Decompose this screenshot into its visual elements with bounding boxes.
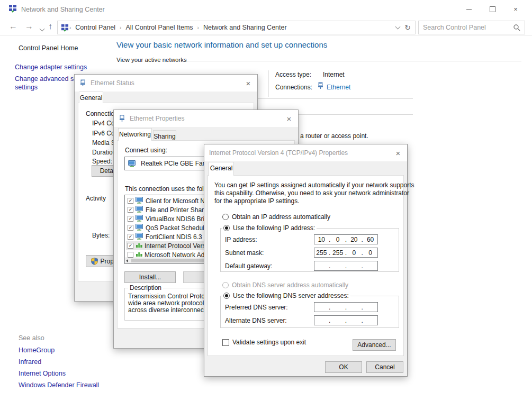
sidebar-internet-options[interactable]: Internet Options xyxy=(19,370,66,377)
description-line: Transmission Control Protocol/ xyxy=(128,293,215,300)
search-icon[interactable] xyxy=(513,24,520,31)
ok-button[interactable]: OK xyxy=(325,361,362,373)
ipv4-titlebar: Internet Protocol Version 4 (TCP/IPv4) P… xyxy=(204,144,407,161)
column-divider xyxy=(268,70,269,97)
ethernet-plug-icon xyxy=(80,79,86,87)
active-networks-header: View your active networks xyxy=(116,57,187,63)
dialog-title: Internet Protocol Version 4 (TCP/IPv4) P… xyxy=(209,149,348,157)
tab-general[interactable]: General xyxy=(209,162,234,176)
dialog-title: Ethernet Properties xyxy=(130,115,184,122)
item-checkbox[interactable]: ✓ xyxy=(128,198,133,204)
sidebar-windows-defender-firewall[interactable]: Windows Defender Firewall xyxy=(19,381,99,389)
intro-line: this capability. Otherwise, you need to … xyxy=(214,189,409,197)
uac-shield-icon xyxy=(91,258,98,265)
tab-general[interactable]: General xyxy=(79,92,103,103)
radio-icon[interactable] xyxy=(222,214,229,220)
preferred-dns-field[interactable]: ... xyxy=(314,302,378,312)
maximize-button[interactable] xyxy=(484,3,500,15)
protocol-icon xyxy=(136,242,142,250)
up-icon[interactable]: ↑ xyxy=(48,22,52,31)
default-gateway-field[interactable]: ... xyxy=(314,261,378,271)
radio-obtain-ip[interactable]: Obtain an IP address automatically xyxy=(222,213,330,221)
ip-address-field[interactable]: 10.0.20.60 xyxy=(314,234,378,244)
radio-use-dns-label: Use the following DNS server addresses: xyxy=(233,292,349,299)
octet: 255 xyxy=(331,249,345,257)
alternate-dns-label: Alternate DNS server: xyxy=(225,317,287,324)
close-icon[interactable]: × xyxy=(393,149,403,158)
checkbox-icon[interactable] xyxy=(222,339,229,346)
search-box[interactable] xyxy=(418,21,525,34)
activity-group-label: Activity xyxy=(86,195,106,202)
breadcrumb-current[interactable]: Network and Sharing Center xyxy=(200,24,291,31)
dot-separator: . xyxy=(361,262,363,270)
app-network-icon xyxy=(8,4,17,14)
ethernet-properties-titlebar: Ethernet Properties × xyxy=(114,110,298,127)
refresh-icon[interactable]: ↻ xyxy=(402,23,415,32)
ethernet-plug-icon xyxy=(119,115,125,122)
address-chevron-down-icon[interactable] xyxy=(393,24,402,31)
dot-separator: . xyxy=(345,304,347,311)
octet: 0 xyxy=(347,249,362,257)
sidebar-change-advanced-sharing[interactable]: Change advanced sh xyxy=(15,75,77,83)
dot-separator: . xyxy=(361,317,363,324)
forward-icon[interactable]: → xyxy=(25,22,33,31)
bytes-label: Bytes: xyxy=(92,232,110,239)
use-ip-group: Use the following IP address: IP address… xyxy=(220,228,399,272)
item-checkbox[interactable]: ✓ xyxy=(128,234,133,240)
radio-icon[interactable] xyxy=(223,225,230,231)
radio-use-dns[interactable]: Use the following DNS server addresses: xyxy=(222,292,350,299)
item-label: QoS Packet Scheduler xyxy=(146,224,210,232)
item-checkbox[interactable]: ✓ xyxy=(128,243,133,249)
subnet-mask-field[interactable]: 255.255.0.0 xyxy=(314,248,378,258)
validate-checkbox-row[interactable]: Validate settings upon exit xyxy=(222,339,306,346)
close-icon[interactable]: × xyxy=(244,79,253,88)
breadcrumb-all-items[interactable]: All Control Panel Items xyxy=(122,24,196,31)
ethernet-connection-link[interactable]: Ethernet xyxy=(327,84,350,91)
sidebar-control-panel-home[interactable]: Control Panel Home xyxy=(19,44,78,52)
cancel-button[interactable]: Cancel xyxy=(366,361,403,373)
item-checkbox[interactable]: ✓ xyxy=(128,216,133,222)
octet: 20 xyxy=(347,236,362,243)
tab-sharing[interactable]: Sharing xyxy=(153,130,176,140)
client-service-icon xyxy=(136,197,143,205)
minimize-button[interactable] xyxy=(461,3,477,15)
item-checkbox[interactable]: ✓ xyxy=(128,225,133,231)
description-line: wide area network protocol tha xyxy=(128,299,214,307)
window-title: Network and Sharing Center xyxy=(21,6,105,13)
description-group-label: Description xyxy=(128,284,163,291)
octet: 60 xyxy=(363,236,377,243)
ip-address-label: IP address: xyxy=(225,236,257,243)
search-input[interactable] xyxy=(419,24,513,31)
octet: 255 xyxy=(314,249,329,257)
install-button[interactable]: Install... xyxy=(124,271,176,283)
radio-icon[interactable] xyxy=(223,293,230,299)
sidebar-change-adapter-settings[interactable]: Change adapter settings xyxy=(15,63,87,71)
advanced-button[interactable]: Advanced... xyxy=(353,339,396,351)
back-icon[interactable]: ← xyxy=(9,22,17,31)
intro-line: You can get IP settings assigned automat… xyxy=(214,181,414,189)
client-service-icon xyxy=(136,215,143,223)
client-service-icon xyxy=(136,224,143,232)
address-bar[interactable]: › Control Panel › All Control Panel Item… xyxy=(57,21,416,34)
speed-label: Speed: xyxy=(92,158,112,165)
item-checkbox[interactable] xyxy=(128,252,133,258)
sidebar-homegroup[interactable]: HomeGroup xyxy=(19,347,55,354)
radio-use-ip[interactable]: Use the following IP address: xyxy=(222,224,317,232)
sidebar-change-advanced-sharing-line2[interactable]: settings xyxy=(15,84,38,91)
item-checkbox[interactable]: ✓ xyxy=(128,207,133,213)
scroll-left-icon[interactable] xyxy=(126,259,128,262)
ethernet-status-titlebar: Ethernet Status × xyxy=(75,75,257,92)
close-icon[interactable]: × xyxy=(284,114,294,123)
sidebar-infrared[interactable]: Infrared xyxy=(19,358,41,366)
address-network-icon xyxy=(61,24,69,32)
see-also-header: See also xyxy=(19,334,44,342)
breadcrumb-control-panel[interactable]: Control Panel xyxy=(71,24,119,31)
description-line: across diverse interconnected xyxy=(128,306,212,314)
history-chevron-icon[interactable] xyxy=(40,25,44,32)
tab-networking[interactable]: Networking xyxy=(118,128,152,141)
alternate-dns-field[interactable]: ... xyxy=(314,315,378,325)
octet: 0 xyxy=(331,236,345,243)
close-button[interactable]: × xyxy=(508,3,524,15)
connections-label: Connections: xyxy=(275,84,312,91)
section-divider xyxy=(186,61,521,61)
